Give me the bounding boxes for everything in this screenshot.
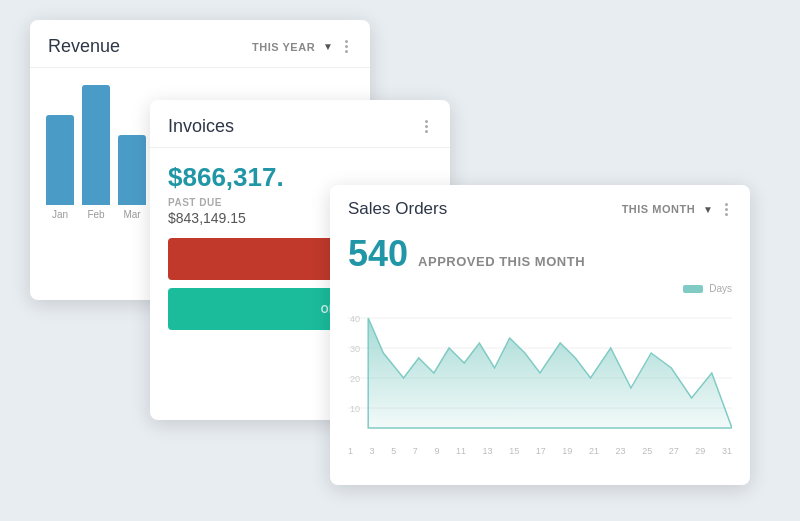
legend-row: Days — [348, 283, 732, 294]
revenue-title: Revenue — [48, 36, 120, 57]
s-dot1 — [725, 203, 728, 206]
bar-jan-label: Jan — [52, 209, 68, 220]
revenue-period: THIS YEAR — [252, 41, 315, 53]
sales-meta: THIS MONTH ▼ — [622, 201, 732, 218]
bar-feb-label: Feb — [87, 209, 104, 220]
sales-dropdown-icon[interactable]: ▼ — [703, 204, 713, 215]
x-label-29: 29 — [695, 446, 705, 456]
x-label-15: 15 — [509, 446, 519, 456]
area-chart-svg: 40 30 20 10 — [348, 298, 732, 438]
dot2 — [345, 45, 348, 48]
sales-period: THIS MONTH — [622, 203, 695, 215]
svg-text:40: 40 — [350, 314, 360, 324]
bar-feb-bar — [82, 85, 110, 205]
x-label-1: 1 — [348, 446, 353, 456]
sales-description: APPROVED THIS MONTH — [418, 254, 585, 269]
bar-jan: Jan — [46, 115, 74, 220]
sales-card: Sales Orders THIS MONTH ▼ 540 APPROVED T… — [330, 185, 750, 485]
svg-text:20: 20 — [350, 374, 360, 384]
bar-feb: Feb — [82, 85, 110, 220]
sales-menu-button[interactable] — [721, 201, 732, 218]
s-dot3 — [725, 213, 728, 216]
inv-dot3 — [425, 130, 428, 133]
x-label-17: 17 — [536, 446, 546, 456]
dot3 — [345, 50, 348, 53]
area-chart: 40 30 20 10 1 3 5 7 9 11 13 15 17 19 21 … — [348, 298, 732, 458]
revenue-header: Revenue THIS YEAR ▼ — [30, 20, 370, 68]
revenue-dropdown-icon[interactable]: ▼ — [323, 41, 333, 52]
x-label-19: 19 — [562, 446, 572, 456]
revenue-header-right: THIS YEAR ▼ — [252, 38, 352, 55]
x-label-5: 5 — [391, 446, 396, 456]
sales-count-row: 540 APPROVED THIS MONTH — [348, 233, 732, 275]
x-label-27: 27 — [669, 446, 679, 456]
x-label-13: 13 — [483, 446, 493, 456]
sales-title: Sales Orders — [348, 199, 447, 219]
x-axis-labels: 1 3 5 7 9 11 13 15 17 19 21 23 25 27 29 … — [348, 442, 732, 456]
s-dot2 — [725, 208, 728, 211]
bar-jan-bar — [46, 115, 74, 205]
x-label-3: 3 — [370, 446, 375, 456]
x-label-11: 11 — [456, 446, 466, 456]
bar-mar-bar — [118, 135, 146, 205]
bar-mar: Mar — [118, 135, 146, 220]
invoices-title: Invoices — [168, 116, 234, 137]
x-label-21: 21 — [589, 446, 599, 456]
inv-dot2 — [425, 125, 428, 128]
invoices-menu-button[interactable] — [421, 118, 432, 135]
sales-body: 540 APPROVED THIS MONTH Days — [330, 227, 750, 468]
legend-color-swatch — [683, 285, 703, 293]
inv-dot1 — [425, 120, 428, 123]
sales-header: Sales Orders THIS MONTH ▼ — [330, 185, 750, 227]
x-label-9: 9 — [434, 446, 439, 456]
sales-count: 540 — [348, 233, 408, 275]
svg-text:10: 10 — [350, 404, 360, 414]
x-label-31: 31 — [722, 446, 732, 456]
x-label-23: 23 — [616, 446, 626, 456]
bar-mar-label: Mar — [123, 209, 140, 220]
revenue-menu-button[interactable] — [341, 38, 352, 55]
svg-text:30: 30 — [350, 344, 360, 354]
x-label-25: 25 — [642, 446, 652, 456]
legend-label: Days — [709, 283, 732, 294]
invoices-header: Invoices — [150, 100, 450, 148]
dot1 — [345, 40, 348, 43]
x-label-7: 7 — [413, 446, 418, 456]
